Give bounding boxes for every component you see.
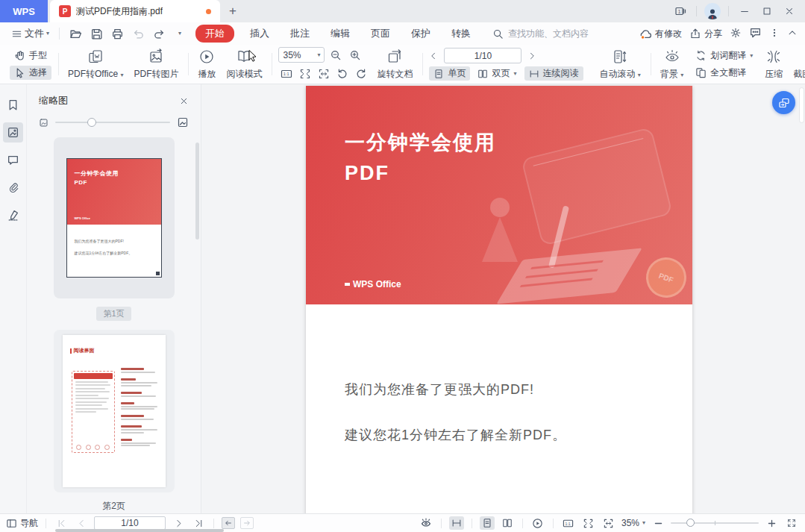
thumbnail-page-1[interactable]: 一分钟学会使用PDF WPS Office 我们为您准备了更强大的PDF! 建议…: [54, 137, 175, 298]
double-page-button[interactable]: 双页 ▾: [473, 66, 521, 81]
next-page-button[interactable]: [171, 516, 186, 530]
fit-width-button-status[interactable]: [601, 516, 616, 530]
double-page-label: 双页: [492, 67, 510, 80]
play-button[interactable]: 播放: [195, 47, 219, 82]
actual-size-button-status[interactable]: 1:1: [561, 516, 576, 530]
chevron-down-icon: ▾: [46, 31, 49, 37]
previous-page-button[interactable]: [74, 516, 89, 530]
bookmarks-panel-button[interactable]: [3, 95, 23, 115]
read-mode-button[interactable]: 阅读模式: [223, 47, 265, 82]
rotate-right-button[interactable]: [353, 66, 369, 81]
full-translate-button[interactable]: 全文翻译: [691, 66, 757, 80]
thumb-larger-icon[interactable]: [177, 116, 189, 128]
next-page-icon[interactable]: [527, 51, 536, 60]
more-quick-actions[interactable]: ▾: [170, 25, 189, 42]
pdf-to-office-button[interactable]: PDF转Office ▾: [65, 47, 126, 82]
thumb-size-slider-handle[interactable]: [87, 118, 96, 127]
account-avatar[interactable]: [701, 0, 724, 22]
actual-size-button[interactable]: 1:1: [278, 66, 295, 81]
zoom-level-display[interactable]: 35% ▾: [621, 518, 645, 528]
close-button[interactable]: [778, 0, 801, 22]
document-viewport[interactable]: PDF 一分钟学会使用 PDF WPS Office 我们为您准备了更强大的PD…: [201, 84, 805, 513]
tab-start[interactable]: 开始: [195, 25, 234, 43]
print-button[interactable]: [107, 25, 127, 42]
select-tool[interactable]: 选择: [10, 66, 51, 80]
zoom-slider[interactable]: [671, 522, 759, 524]
document-tab[interactable]: P 测试PDF使用指南.pdf: [50, 0, 220, 22]
tab-protect[interactable]: 保护: [401, 24, 440, 43]
undo-button[interactable]: [128, 25, 148, 42]
maximize-button[interactable]: [756, 0, 778, 22]
file-menu[interactable]: 文件 ▾: [7, 27, 53, 40]
hand-tool[interactable]: 手型: [10, 48, 51, 63]
illustration-coin: PDF: [640, 251, 692, 303]
zoom-in-button[interactable]: [347, 47, 363, 63]
rotate-document-button[interactable]: 旋转文档: [374, 47, 416, 82]
tab-annotate[interactable]: 批注: [281, 24, 319, 43]
tab-page[interactable]: 页面: [361, 24, 400, 43]
tab-edit[interactable]: 编辑: [321, 24, 360, 43]
history-back-button[interactable]: [222, 517, 235, 529]
auto-scroll-button[interactable]: 自动滚动 ▾: [597, 47, 644, 82]
prev-page-icon[interactable]: [429, 51, 438, 60]
thumb-size-slider[interactable]: [55, 122, 170, 123]
history-forward-button[interactable]: [240, 517, 254, 529]
page-number-input[interactable]: [444, 48, 521, 63]
play-slideshow-button[interactable]: [530, 516, 545, 530]
comments-panel-button[interactable]: [3, 150, 23, 170]
new-tab-button[interactable]: +: [220, 0, 245, 22]
more-menu-button[interactable]: [769, 27, 780, 41]
rotate-left-button[interactable]: [334, 66, 351, 81]
zoom-slider-handle[interactable]: [686, 519, 695, 527]
redo-button[interactable]: [149, 25, 169, 42]
save-button[interactable]: [87, 25, 106, 42]
last-page-button[interactable]: [191, 516, 206, 530]
tab-convert[interactable]: 转换: [442, 24, 480, 43]
thumb-smaller-icon[interactable]: [39, 118, 48, 128]
single-page-button[interactable]: 单页: [429, 66, 470, 81]
zoom-out-button[interactable]: [328, 47, 344, 63]
minimize-button[interactable]: [733, 0, 756, 22]
compress-button[interactable]: 压缩: [762, 47, 786, 82]
feedback-button[interactable]: [749, 26, 762, 41]
zoom-out-button-status[interactable]: [651, 516, 665, 530]
background-toggle[interactable]: [419, 516, 433, 530]
quick-convert-float-button[interactable]: [772, 91, 795, 114]
wps-app-button[interactable]: WPS: [0, 0, 48, 22]
first-page-button[interactable]: [54, 516, 69, 530]
share-button[interactable]: 分享: [689, 28, 722, 40]
attachments-panel-button[interactable]: [3, 178, 23, 198]
double-page-toggle[interactable]: [500, 516, 515, 530]
fit-page-button[interactable]: [297, 66, 313, 81]
fit-page-button-status[interactable]: [581, 516, 596, 530]
single-page-toggle[interactable]: [480, 516, 495, 530]
panel-scrollbar[interactable]: [195, 143, 199, 240]
zoom-combobox[interactable]: 35% ▾: [278, 47, 325, 63]
open-button[interactable]: [66, 25, 85, 42]
panel-close-icon[interactable]: [179, 96, 189, 106]
background-label: 背景: [660, 69, 678, 79]
continuous-read-button[interactable]: 连续阅读: [524, 66, 583, 81]
settings-button[interactable]: [730, 27, 742, 41]
search-input[interactable]: 查找功能、文档内容: [492, 28, 589, 40]
word-translate-button[interactable]: 划词翻译 ▾: [691, 48, 757, 63]
fullscreen-button[interactable]: [784, 516, 799, 530]
collapse-ribbon-button[interactable]: [787, 28, 798, 40]
background-button[interactable]: 背景 ▾: [657, 47, 686, 82]
tab-insert[interactable]: 插入: [240, 24, 279, 43]
pdf-file-icon: P: [59, 5, 71, 17]
sync-status[interactable]: 有修改: [639, 28, 682, 40]
zoom-in-button-status[interactable]: [764, 516, 779, 530]
sign-stamp-panel-button[interactable]: [3, 205, 23, 225]
navigation-toggle[interactable]: 导航: [6, 517, 38, 530]
continuous-read-toggle[interactable]: [449, 516, 464, 530]
horizontal-scrollbar[interactable]: [55, 529, 224, 532]
thumbnail-page-2[interactable]: 阅读界面: [54, 330, 175, 492]
thumbnails-panel-button[interactable]: [3, 122, 23, 143]
screenshot-compare-button[interactable]: 截图和对比: [790, 47, 805, 82]
statusbar-page-input[interactable]: [94, 516, 166, 530]
fit-width-button[interactable]: [316, 66, 332, 81]
window-list-icon[interactable]: 1: [669, 0, 692, 22]
pdf-to-image-button[interactable]: PDF转图片: [131, 47, 181, 82]
document-scrollbar[interactable]: [799, 87, 804, 123]
